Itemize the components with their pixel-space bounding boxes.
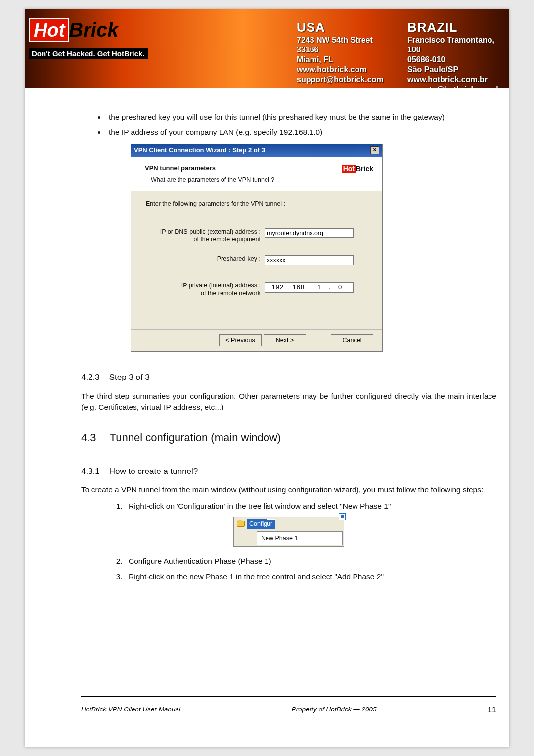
previous-button[interactable]: < Previous [219,334,262,346]
wizard-body: Enter the following parameters for the V… [131,191,382,330]
label-preshared-key: Preshared-key : [146,255,265,263]
step-item: Right-click on the new Phase 1 in the tr… [125,571,496,582]
ip-octet-3: 1 [312,283,327,292]
section-number: 4.2.3 [81,372,107,384]
context-menu-screenshot: Configur New Phase 1 [233,517,344,546]
wizard-dialog: VPN Client Connection Wizard : Step 2 of… [131,144,383,352]
addr-usa-l3: Miami, FL [297,55,384,65]
ip-octet-4: 0 [332,283,348,292]
section-title: How to create a tunnel? [109,467,198,476]
step-item: Configure Authentication Phase (Phase 1) [125,556,496,567]
section-title: Step 3 of 3 [109,373,150,382]
section-4-2-3-heading: 4.2.3 Step 3 of 3 [81,372,496,384]
section-4-3-1-heading: 4.3.1 How to create a tunnel? [81,466,496,478]
footer-left: HotBrick VPN Client User Manual [81,706,180,714]
address-usa: USA 7243 NW 54th Street 33166 Miami, FL … [297,20,384,85]
addr-usa-l5: support@hotbrick.com [297,75,384,85]
input-preshared-key[interactable] [265,255,354,265]
addr-usa-title: USA [297,20,384,35]
section-4-2-3-body: The third step summaries your configurat… [81,391,496,413]
footer: HotBrick VPN Client User Manual Property… [81,706,496,714]
page: HotBrick Don't Get Hacked. Get HotBrick.… [25,9,509,747]
addr-usa-l2: 33166 [297,45,384,55]
addr-br-l4: www.hotbrick.com.br [407,75,509,85]
footer-right: Property of HotBrick — 2005 [292,706,377,714]
logo: HotBrick [29,18,131,42]
section-4-3-heading: 4.3 Tunnel configuration (main window) [81,430,496,446]
label-external-address: IP or DNS public (external) address : of… [146,228,265,243]
wizard-heading-text: VPN tunnel parameters What are the param… [145,164,274,184]
content: the preshared key you will use for this … [81,108,496,588]
wizard-titlebar: VPN Client Connection Wizard : Step 2 of… [131,144,382,157]
field-external-address: IP or DNS public (external) address : of… [146,228,369,243]
steps-list-cont: Configure Authentication Phase (Phase 1)… [125,556,496,583]
addr-usa-l4: www.hotbrick.com [297,65,384,75]
section-4-3-1-body: To create a VPN tunnel from the main win… [81,484,496,495]
logo-brick: Brick [69,20,118,40]
ip-octet-2: 168 [291,283,307,292]
section-number: 4.3 [81,430,107,446]
footer-rule [81,696,496,697]
section-number: 4.3.1 [81,466,107,478]
bullet-item: the IP address of your company LAN (e.g.… [106,127,496,138]
context-menu-item[interactable]: New Phase 1 [257,531,343,545]
tagline: Don't Get Hacked. Get HotBrick. [29,48,148,59]
field-preshared-key: Preshared-key : [146,255,369,265]
wizard-heading: VPN tunnel parameters What are the param… [131,157,382,191]
brand-small: HotBrick [342,164,373,174]
page-number: 11 [488,706,496,714]
tree-item: Configur [235,518,343,530]
wizard-buttons: < Previous Next > Cancel [131,329,382,351]
bullet-item: the preshared key you will use for this … [106,112,496,123]
field-internal-address: IP private (internal) address : of the r… [146,282,369,297]
ip-octet-1: 192 [270,283,286,292]
bullet-list: the preshared key you will use for this … [106,112,496,138]
tree-item-selected[interactable]: Configur [247,519,275,529]
addr-br-l5: suporte@hotbrick.com.br [407,85,509,88]
addr-usa-l1: 7243 NW 54th Street [297,35,384,45]
next-button[interactable]: Next > [264,334,306,346]
close-button[interactable]: × [370,146,379,154]
step-item: Right-click on 'Configuration' in the tr… [125,501,496,512]
brand-hot: Hot [342,165,356,173]
input-internal-ip[interactable]: 192 . 168 . 1 . 0 [265,282,354,293]
addr-br-l2: 05686-010 [407,55,509,65]
logo-hot: Hot [29,18,69,42]
brand-brick: Brick [356,165,373,173]
addr-br-l3: São Paulo/SP [407,65,509,75]
folder-icon [237,521,245,527]
wizard-heading-sub: What are the parameters of the VPN tunne… [151,175,274,184]
cancel-button[interactable]: Cancel [331,334,373,346]
header-banner: HotBrick Don't Get Hacked. Get HotBrick.… [25,9,509,88]
address-brazil: BRAZIL Francisco Tramontano, 100 05686-0… [407,20,509,88]
wizard-title: VPN Client Connection Wizard : Step 2 of… [134,146,265,155]
tree-node-icon [339,513,346,520]
section-title: Tunnel configuration (main window) [110,431,281,444]
addr-br-l1: Francisco Tramontano, 100 [407,35,509,55]
addr-br-title: BRAZIL [407,20,509,35]
steps-list: Right-click on 'Configuration' in the tr… [125,501,496,512]
input-external-address[interactable] [265,228,354,238]
wizard-heading-title: VPN tunnel parameters [145,164,216,172]
label-internal-address: IP private (internal) address : of the r… [146,282,265,297]
wizard-intro: Enter the following parameters for the V… [146,199,369,208]
